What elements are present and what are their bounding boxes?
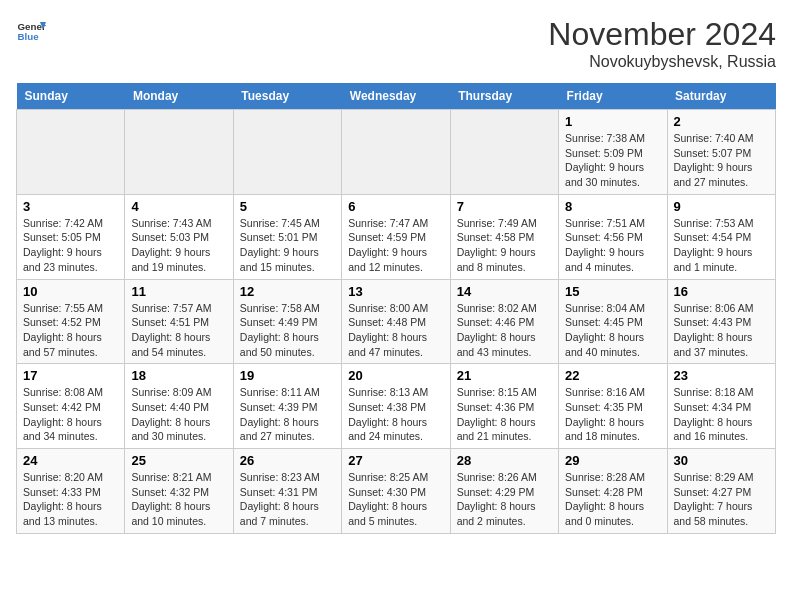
- day-number: 23: [674, 368, 769, 383]
- day-number: 8: [565, 199, 660, 214]
- col-sunday: Sunday: [17, 83, 125, 110]
- day-info: Sunrise: 8:28 AMSunset: 4:28 PMDaylight:…: [565, 470, 660, 529]
- day-number: 1: [565, 114, 660, 129]
- day-info: Sunrise: 8:15 AMSunset: 4:36 PMDaylight:…: [457, 385, 552, 444]
- day-info: Sunrise: 7:58 AMSunset: 4:49 PMDaylight:…: [240, 301, 335, 360]
- col-thursday: Thursday: [450, 83, 558, 110]
- table-row: 21Sunrise: 8:15 AMSunset: 4:36 PMDayligh…: [450, 364, 558, 449]
- day-number: 19: [240, 368, 335, 383]
- day-info: Sunrise: 7:49 AMSunset: 4:58 PMDaylight:…: [457, 216, 552, 275]
- table-row: 16Sunrise: 8:06 AMSunset: 4:43 PMDayligh…: [667, 279, 775, 364]
- day-info: Sunrise: 7:42 AMSunset: 5:05 PMDaylight:…: [23, 216, 118, 275]
- day-number: 26: [240, 453, 335, 468]
- day-number: 15: [565, 284, 660, 299]
- day-number: 18: [131, 368, 226, 383]
- table-row: 5Sunrise: 7:45 AMSunset: 5:01 PMDaylight…: [233, 194, 341, 279]
- day-number: 2: [674, 114, 769, 129]
- day-info: Sunrise: 8:13 AMSunset: 4:38 PMDaylight:…: [348, 385, 443, 444]
- day-number: 5: [240, 199, 335, 214]
- header: General Blue November 2024 Novokuybyshev…: [16, 16, 776, 71]
- page-subtitle: Novokuybyshevsk, Russia: [548, 53, 776, 71]
- day-info: Sunrise: 7:53 AMSunset: 4:54 PMDaylight:…: [674, 216, 769, 275]
- table-row: [450, 110, 558, 195]
- calendar-header-row: Sunday Monday Tuesday Wednesday Thursday…: [17, 83, 776, 110]
- day-number: 11: [131, 284, 226, 299]
- day-number: 22: [565, 368, 660, 383]
- table-row: 20Sunrise: 8:13 AMSunset: 4:38 PMDayligh…: [342, 364, 450, 449]
- table-row: 9Sunrise: 7:53 AMSunset: 4:54 PMDaylight…: [667, 194, 775, 279]
- table-row: 22Sunrise: 8:16 AMSunset: 4:35 PMDayligh…: [559, 364, 667, 449]
- day-info: Sunrise: 8:23 AMSunset: 4:31 PMDaylight:…: [240, 470, 335, 529]
- day-number: 7: [457, 199, 552, 214]
- calendar-week-row: 1Sunrise: 7:38 AMSunset: 5:09 PMDaylight…: [17, 110, 776, 195]
- table-row: [17, 110, 125, 195]
- day-info: Sunrise: 7:38 AMSunset: 5:09 PMDaylight:…: [565, 131, 660, 190]
- day-number: 3: [23, 199, 118, 214]
- table-row: 8Sunrise: 7:51 AMSunset: 4:56 PMDaylight…: [559, 194, 667, 279]
- day-info: Sunrise: 7:43 AMSunset: 5:03 PMDaylight:…: [131, 216, 226, 275]
- calendar-week-row: 24Sunrise: 8:20 AMSunset: 4:33 PMDayligh…: [17, 449, 776, 534]
- day-info: Sunrise: 7:45 AMSunset: 5:01 PMDaylight:…: [240, 216, 335, 275]
- page-title: November 2024: [548, 16, 776, 53]
- table-row: [125, 110, 233, 195]
- day-info: Sunrise: 8:08 AMSunset: 4:42 PMDaylight:…: [23, 385, 118, 444]
- table-row: 11Sunrise: 7:57 AMSunset: 4:51 PMDayligh…: [125, 279, 233, 364]
- day-info: Sunrise: 7:55 AMSunset: 4:52 PMDaylight:…: [23, 301, 118, 360]
- table-row: 17Sunrise: 8:08 AMSunset: 4:42 PMDayligh…: [17, 364, 125, 449]
- title-area: November 2024 Novokuybyshevsk, Russia: [548, 16, 776, 71]
- day-number: 20: [348, 368, 443, 383]
- day-info: Sunrise: 8:26 AMSunset: 4:29 PMDaylight:…: [457, 470, 552, 529]
- day-number: 4: [131, 199, 226, 214]
- day-info: Sunrise: 8:29 AMSunset: 4:27 PMDaylight:…: [674, 470, 769, 529]
- svg-text:Blue: Blue: [18, 31, 40, 42]
- day-info: Sunrise: 8:00 AMSunset: 4:48 PMDaylight:…: [348, 301, 443, 360]
- day-number: 13: [348, 284, 443, 299]
- table-row: 28Sunrise: 8:26 AMSunset: 4:29 PMDayligh…: [450, 449, 558, 534]
- table-row: 14Sunrise: 8:02 AMSunset: 4:46 PMDayligh…: [450, 279, 558, 364]
- day-number: 24: [23, 453, 118, 468]
- day-number: 28: [457, 453, 552, 468]
- day-info: Sunrise: 8:20 AMSunset: 4:33 PMDaylight:…: [23, 470, 118, 529]
- col-friday: Friday: [559, 83, 667, 110]
- table-row: 19Sunrise: 8:11 AMSunset: 4:39 PMDayligh…: [233, 364, 341, 449]
- day-number: 30: [674, 453, 769, 468]
- table-row: 23Sunrise: 8:18 AMSunset: 4:34 PMDayligh…: [667, 364, 775, 449]
- col-saturday: Saturday: [667, 83, 775, 110]
- table-row: 12Sunrise: 7:58 AMSunset: 4:49 PMDayligh…: [233, 279, 341, 364]
- table-row: 29Sunrise: 8:28 AMSunset: 4:28 PMDayligh…: [559, 449, 667, 534]
- day-number: 16: [674, 284, 769, 299]
- table-row: 10Sunrise: 7:55 AMSunset: 4:52 PMDayligh…: [17, 279, 125, 364]
- logo-icon: General Blue: [16, 16, 46, 46]
- day-number: 14: [457, 284, 552, 299]
- day-info: Sunrise: 8:06 AMSunset: 4:43 PMDaylight:…: [674, 301, 769, 360]
- day-number: 10: [23, 284, 118, 299]
- table-row: 24Sunrise: 8:20 AMSunset: 4:33 PMDayligh…: [17, 449, 125, 534]
- table-row: 26Sunrise: 8:23 AMSunset: 4:31 PMDayligh…: [233, 449, 341, 534]
- day-number: 12: [240, 284, 335, 299]
- calendar-table: Sunday Monday Tuesday Wednesday Thursday…: [16, 83, 776, 534]
- day-number: 25: [131, 453, 226, 468]
- day-number: 29: [565, 453, 660, 468]
- calendar-week-row: 10Sunrise: 7:55 AMSunset: 4:52 PMDayligh…: [17, 279, 776, 364]
- day-info: Sunrise: 7:57 AMSunset: 4:51 PMDaylight:…: [131, 301, 226, 360]
- table-row: 25Sunrise: 8:21 AMSunset: 4:32 PMDayligh…: [125, 449, 233, 534]
- day-info: Sunrise: 8:25 AMSunset: 4:30 PMDaylight:…: [348, 470, 443, 529]
- table-row: 27Sunrise: 8:25 AMSunset: 4:30 PMDayligh…: [342, 449, 450, 534]
- table-row: 15Sunrise: 8:04 AMSunset: 4:45 PMDayligh…: [559, 279, 667, 364]
- table-row: [233, 110, 341, 195]
- calendar-week-row: 17Sunrise: 8:08 AMSunset: 4:42 PMDayligh…: [17, 364, 776, 449]
- day-info: Sunrise: 8:21 AMSunset: 4:32 PMDaylight:…: [131, 470, 226, 529]
- day-number: 21: [457, 368, 552, 383]
- day-info: Sunrise: 8:02 AMSunset: 4:46 PMDaylight:…: [457, 301, 552, 360]
- table-row: 3Sunrise: 7:42 AMSunset: 5:05 PMDaylight…: [17, 194, 125, 279]
- logo: General Blue: [16, 16, 46, 46]
- table-row: 1Sunrise: 7:38 AMSunset: 5:09 PMDaylight…: [559, 110, 667, 195]
- day-info: Sunrise: 8:16 AMSunset: 4:35 PMDaylight:…: [565, 385, 660, 444]
- table-row: 2Sunrise: 7:40 AMSunset: 5:07 PMDaylight…: [667, 110, 775, 195]
- day-info: Sunrise: 8:04 AMSunset: 4:45 PMDaylight:…: [565, 301, 660, 360]
- day-info: Sunrise: 7:51 AMSunset: 4:56 PMDaylight:…: [565, 216, 660, 275]
- table-row: 18Sunrise: 8:09 AMSunset: 4:40 PMDayligh…: [125, 364, 233, 449]
- day-info: Sunrise: 7:47 AMSunset: 4:59 PMDaylight:…: [348, 216, 443, 275]
- table-row: 7Sunrise: 7:49 AMSunset: 4:58 PMDaylight…: [450, 194, 558, 279]
- table-row: 4Sunrise: 7:43 AMSunset: 5:03 PMDaylight…: [125, 194, 233, 279]
